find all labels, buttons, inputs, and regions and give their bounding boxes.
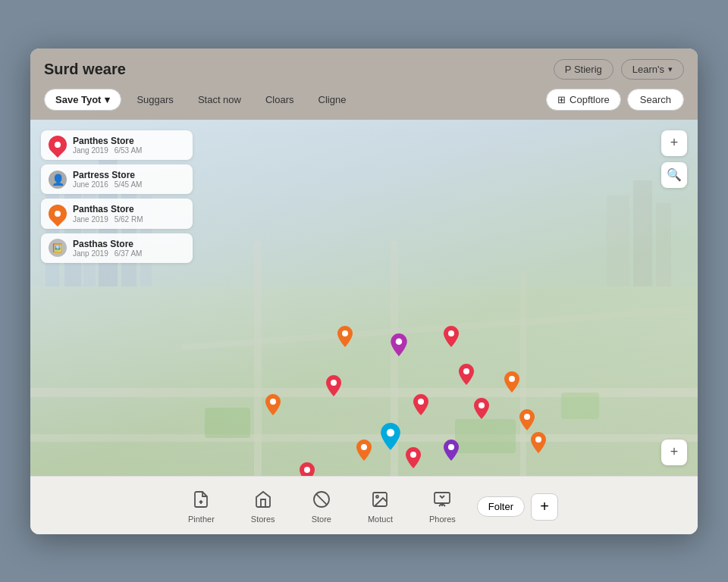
toolbar: Save Tyot Suggars Stact now Cloars Clign… [44,89,684,120]
configure-label: Copftlore [570,94,610,105]
svg-rect-18 [455,419,516,453]
list-info-2: Partress Store June 2016 5/45 AM [73,170,185,189]
list-item[interactable]: 🖼️ Pasthas Store Janp 2019 6/37 AM [41,233,193,263]
list-info-4: Pasthas Store Janp 2019 6/37 AM [73,239,185,258]
svg-rect-10 [656,203,671,286]
grid-icon: ⊞ [557,94,566,105]
zoom-out-button[interactable]: + [661,440,687,465]
svg-rect-8 [607,196,629,286]
store-meta-4: Janp 2019 6/37 AM [73,249,185,258]
nav-label-store: Store [312,515,331,524]
store-time-3: 5/62 RM [115,215,143,224]
store-name-3: Panthas Store [73,204,185,214]
app-title: Surd weare [44,61,126,78]
store-time-1: 6/53 AM [115,146,143,155]
add-icon: + [540,498,549,515]
store-date-3: Jane 2019 [73,215,108,224]
configure-button[interactable]: ⊞ Copftlore [546,89,621,111]
list-pin-1 [45,132,71,158]
tab-cligne[interactable]: Cligne [309,89,356,110]
store-date-1: Jang 2019 [73,146,108,155]
nav-item-pinther[interactable]: Pinther [170,486,233,528]
header-top: Surd weare P Stierig Learn's [44,59,684,80]
store-name-1: Panthes Store [73,136,185,146]
store-date-4: Janp 2019 [73,249,108,258]
bottom-nav: Pinther Stores Store [30,476,698,534]
app-window: Surd weare P Stierig Learn's Save Tyot S… [30,48,698,534]
search-button[interactable]: Search [627,89,684,111]
map-sidebar: Panthes Store Jang 2019 6/53 AM 👤 Partre… [41,130,193,264]
svg-point-24 [376,496,378,498]
store-time-4: 6/37 AM [115,249,143,258]
list-pin-4: 🖼️ [49,239,67,257]
svg-line-22 [316,493,327,504]
list-item[interactable]: Panthas Store Jane 2019 5/62 RM [41,199,193,228]
toolbar-right: ⊞ Copftlore Search [546,89,684,111]
pinther-icon [192,490,210,512]
header-top-right: P Stierig Learn's [554,59,684,80]
nav-item-stores[interactable]: Stores [233,486,293,528]
list-item[interactable]: Panthes Store Jang 2019 6/53 AM [41,130,193,160]
nav-add-button[interactable]: + [531,493,558,521]
store-meta-1: Jang 2019 6/53 AM [73,146,185,155]
svg-rect-19 [561,393,599,419]
map-container: Panthes Store Jang 2019 6/53 AM 👤 Partre… [30,120,698,476]
tab-suggars[interactable]: Suggars [127,89,182,110]
store-name-2: Partress Store [73,170,185,180]
header: Surd weare P Stierig Learn's Save Tyot S… [30,48,698,120]
store-name-4: Pasthas Store [73,239,185,249]
list-pin-3 [45,201,71,227]
save-tyot-button[interactable]: Save Tyot [44,89,121,111]
profile-button[interactable]: P Stierig [554,59,613,80]
store-meta-2: June 2016 5/45 AM [73,180,185,189]
store-icon [312,490,331,512]
nav-item-motuct[interactable]: Motuct [350,486,411,528]
nav-item-store[interactable]: Store [293,486,350,528]
nav-item-phores[interactable]: Phores [411,486,474,528]
svg-rect-9 [633,180,652,286]
learn-button[interactable]: Learn's [621,59,684,80]
motuct-icon [371,490,389,512]
list-info-3: Panthas Store Jane 2019 5/62 RM [73,204,185,223]
search-location-button[interactable]: 🔍 [661,162,687,188]
stores-icon [254,490,272,512]
nav-label-phores: Phores [429,515,456,524]
list-info-1: Panthes Store Jang 2019 6/53 AM [73,136,185,155]
store-date-2: June 2016 [73,180,108,189]
nav-label-stores: Stores [251,515,275,524]
list-item[interactable]: 👤 Partress Store June 2016 5/45 AM [41,164,193,194]
nav-label-motuct: Motuct [368,515,393,524]
folder-button[interactable]: Folter [477,496,525,517]
store-meta-3: Jane 2019 5/62 RM [73,215,185,224]
store-time-2: 5/45 AM [115,180,143,189]
zoom-in-button[interactable]: + [661,130,687,156]
map-controls-top-right: + 🔍 [661,130,687,188]
phores-icon [433,490,451,512]
list-pin-2: 👤 [49,171,67,189]
tab-stact-now[interactable]: Stact now [189,89,250,110]
search-location-icon: 🔍 [667,167,682,182]
nav-label-pinther: Pinther [188,515,215,524]
map-controls-bottom-right: + [661,440,687,465]
tab-cloars[interactable]: Cloars [256,89,303,110]
svg-rect-17 [205,408,250,438]
